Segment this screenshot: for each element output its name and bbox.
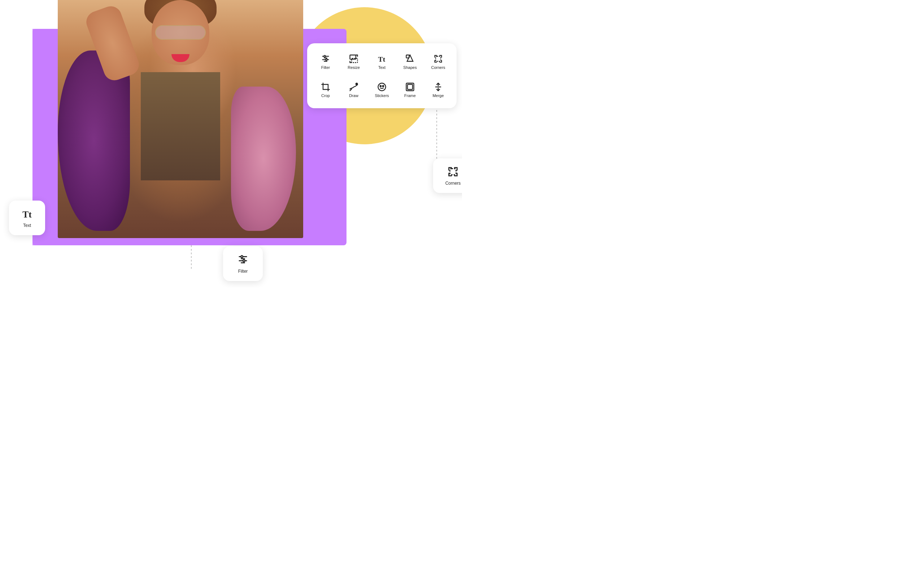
tool-resize-label: Resize — [348, 65, 360, 70]
svg-point-15 — [324, 56, 326, 57]
tool-draw[interactable]: Draw — [341, 77, 366, 102]
svg-point-25 — [383, 86, 384, 87]
tool-stickers[interactable]: Stickers — [369, 77, 394, 102]
tool-merge-label: Merge — [433, 94, 444, 98]
tool-shapes[interactable]: Shapes — [398, 49, 423, 74]
filter-card[interactable]: Filter — [223, 246, 263, 281]
svg-point-24 — [380, 86, 382, 87]
tool-stickers-label: Stickers — [375, 94, 389, 98]
svg-point-16 — [326, 59, 328, 60]
tool-text-label: Text — [378, 65, 385, 70]
tool-frame-label: Frame — [404, 94, 416, 98]
stickers-icon — [377, 82, 387, 92]
shapes-icon — [405, 54, 415, 64]
svg-text:Tt: Tt — [22, 209, 32, 220]
filter-icon-large — [237, 254, 249, 266]
tool-filter-label: Filter — [321, 65, 330, 70]
svg-point-22 — [356, 83, 358, 85]
tool-frame[interactable]: Frame — [398, 77, 423, 102]
tool-shapes-label: Shapes — [403, 65, 417, 70]
photo-container — [58, 0, 303, 238]
text-card-label: Text — [23, 223, 31, 228]
svg-text:Tt: Tt — [378, 55, 385, 63]
resize-icon — [349, 54, 359, 64]
main-scene: Edit — [0, 0, 462, 288]
frame-icon — [405, 82, 415, 92]
coat-right — [231, 87, 296, 231]
draw-icon — [349, 82, 359, 92]
corners-icon — [433, 54, 443, 64]
svg-rect-27 — [407, 84, 413, 89]
tool-draw-label: Draw — [349, 94, 358, 98]
photo-simulation — [58, 0, 303, 238]
tool-merge[interactable]: Merge — [426, 77, 451, 102]
tool-corners-label: Corners — [431, 65, 445, 70]
crop-icon — [321, 82, 331, 92]
tool-text[interactable]: Tt Text — [369, 49, 394, 74]
svg-point-8 — [241, 256, 243, 258]
svg-rect-10 — [450, 168, 456, 175]
svg-point-9 — [243, 260, 245, 262]
svg-point-23 — [378, 83, 386, 91]
filter-card-label: Filter — [238, 269, 248, 274]
tool-filter[interactable]: Filter — [313, 49, 338, 74]
corners-icon-large — [447, 165, 459, 178]
tool-crop[interactable]: Crop — [313, 77, 338, 102]
svg-rect-21 — [436, 56, 441, 61]
text-card[interactable]: Tt Text — [9, 200, 45, 235]
corners-card[interactable]: Corners — [433, 158, 462, 193]
text-icon: Tt — [21, 208, 33, 220]
merge-icon — [433, 82, 443, 92]
tool-crop-label: Crop — [321, 94, 330, 98]
tool-resize[interactable]: Resize — [341, 49, 366, 74]
corners-card-label: Corners — [445, 181, 461, 186]
tool-panel: Filter Resize Tt Text Shapes — [307, 43, 456, 108]
tool-corners[interactable]: Corners — [426, 49, 451, 74]
filter-icon — [321, 54, 331, 64]
text-tool-icon: Tt — [377, 54, 387, 64]
